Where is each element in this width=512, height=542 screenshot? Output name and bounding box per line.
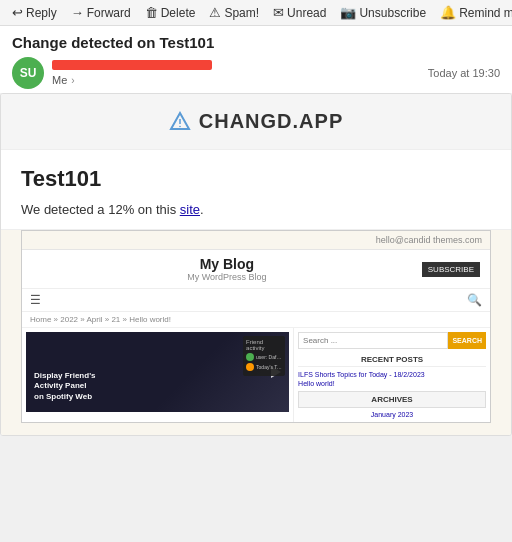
blog-top-bar: hello@candid themes.com bbox=[22, 231, 490, 250]
friend-dot-2 bbox=[246, 363, 254, 371]
friend-item-1: user: Daft Punk bbox=[246, 353, 282, 361]
blog-preview: hello@candid themes.com My Blog My WordP… bbox=[21, 230, 491, 423]
changd-logo-text: CHANGD.APP bbox=[199, 110, 343, 133]
blog-name: My Blog bbox=[32, 256, 422, 272]
remindme-button[interactable]: 🔔 Remind me bbox=[434, 3, 512, 22]
subscribe-button[interactable]: SUBSCRIBE bbox=[422, 262, 480, 277]
sender-row: SU Me › Today at 19:30 bbox=[12, 57, 500, 89]
delete-icon: 🗑 bbox=[145, 5, 158, 20]
unread-icon: ✉ bbox=[273, 5, 284, 20]
recent-posts-title: RECENT POSTS bbox=[298, 355, 486, 367]
blog-email: hello@candid themes.com bbox=[376, 235, 482, 245]
email-content: CHANGD.APP Test101 We detected a 12% on … bbox=[0, 93, 512, 436]
reply-button[interactable]: ↩ Reply bbox=[6, 3, 63, 22]
sidebar-search-button[interactable]: SEARCH bbox=[448, 332, 486, 349]
sender-meta: Me › bbox=[52, 74, 420, 86]
sidebar-search: SEARCH bbox=[298, 332, 486, 349]
changd-logo-icon bbox=[169, 111, 191, 133]
archives-button[interactable]: ARCHIVES bbox=[298, 391, 486, 408]
changd-header: CHANGD.APP bbox=[1, 94, 511, 150]
sidebar-search-input[interactable] bbox=[298, 332, 448, 349]
post-thumbnail: Display Friend's Activity Panel on Spoti… bbox=[26, 332, 289, 412]
blog-title-center: My Blog My WordPress Blog bbox=[32, 256, 422, 282]
friend-activity-label: Friend activity bbox=[246, 339, 282, 351]
sender-info: Me › bbox=[52, 60, 420, 86]
blog-main: Display Friend's Activity Panel on Spoti… bbox=[22, 328, 490, 422]
alert-section: Test101 We detected a 12% on this site. bbox=[1, 150, 511, 229]
friend-text-1: user: Daft Punk bbox=[256, 354, 282, 360]
forward-button[interactable]: → Forward bbox=[65, 3, 137, 22]
hamburger-icon[interactable]: ☰ bbox=[30, 293, 41, 307]
avatar: SU bbox=[12, 57, 44, 89]
email-subject: Change detected on Test101 bbox=[12, 34, 500, 51]
chevron-right-icon: › bbox=[71, 75, 74, 86]
delete-button[interactable]: 🗑 Delete bbox=[139, 3, 202, 22]
nav-search-icon[interactable]: 🔍 bbox=[467, 293, 482, 307]
blog-posts: Display Friend's Activity Panel on Spoti… bbox=[22, 328, 294, 422]
recent-post-item-2[interactable]: Hello world! bbox=[298, 380, 486, 387]
unread-button[interactable]: ✉ Unread bbox=[267, 3, 332, 22]
friend-dot-1 bbox=[246, 353, 254, 361]
remindme-icon: 🔔 bbox=[440, 5, 456, 20]
spam-icon: ⚠ bbox=[209, 5, 221, 20]
screenshot-preview: hello@candid themes.com My Blog My WordP… bbox=[1, 229, 511, 435]
changd-logo: CHANGD.APP bbox=[11, 110, 501, 133]
me-label: Me bbox=[52, 74, 67, 86]
alert-text: We detected a 12% on this site. bbox=[21, 202, 491, 217]
email-body: CHANGD.APP Test101 We detected a 12% on … bbox=[0, 93, 512, 444]
friend-item-2: Today's Top Hit... bbox=[246, 363, 282, 371]
friend-text-2: Today's Top Hit... bbox=[256, 364, 282, 370]
unsubscribe-button[interactable]: 📷 Unsubscribe bbox=[334, 3, 432, 22]
reply-icon: ↩ bbox=[12, 5, 23, 20]
alert-title: Test101 bbox=[21, 166, 491, 192]
sender-name-redacted bbox=[52, 60, 212, 70]
blog-header: My Blog My WordPress Blog SUBSCRIBE bbox=[22, 250, 490, 289]
spam-button[interactable]: ⚠ Spam! bbox=[203, 3, 265, 22]
toolbar: ↩ Reply → Forward 🗑 Delete ⚠ Spam! ✉ Unr… bbox=[0, 0, 512, 26]
unsubscribe-icon: 📷 bbox=[340, 5, 356, 20]
post-title: Display Friend's Activity Panel on Spoti… bbox=[30, 367, 100, 406]
site-link[interactable]: site bbox=[180, 202, 200, 217]
email-header: Change detected on Test101 SU Me › Today… bbox=[0, 26, 512, 93]
svg-point-2 bbox=[179, 125, 181, 127]
blog-tagline: My WordPress Blog bbox=[32, 272, 422, 282]
breadcrumb: Home » 2022 » April » 21 » Hello world! bbox=[22, 312, 490, 328]
timestamp: Today at 19:30 bbox=[428, 67, 500, 79]
archives-date: January 2023 bbox=[298, 411, 486, 418]
blog-nav: ☰ 🔍 bbox=[22, 289, 490, 312]
recent-post-item-1[interactable]: ILFS Shorts Topics for Today - 18/2/2023 bbox=[298, 371, 486, 378]
forward-icon: → bbox=[71, 5, 84, 20]
blog-sidebar: SEARCH RECENT POSTS ILFS Shorts Topics f… bbox=[294, 328, 490, 422]
friend-activity-panel: Friend activity user: Daft Punk Today's … bbox=[243, 336, 285, 376]
